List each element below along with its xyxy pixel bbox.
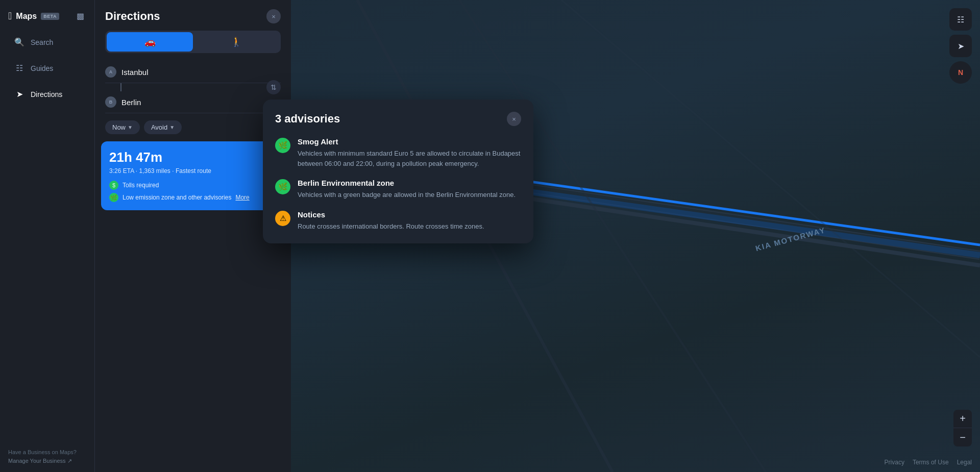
sidebar-toggle-button[interactable]: ▩	[75, 9, 86, 23]
berlin-env-content: Berlin Environmental zone Vehicles with …	[298, 179, 516, 200]
sidebar-item-guides[interactable]: ☷ Guides	[4, 56, 90, 80]
route-tags: $ Tolls required 🌿 Low emission zone and…	[109, 181, 277, 202]
map-controls-top-right: ☷ ➤ N	[949, 8, 972, 84]
avoid-filter-chevron: ▼	[169, 125, 175, 130]
berlin-env-icon: 🌿	[275, 179, 290, 194]
notices-title: Notices	[298, 210, 484, 219]
advisory-berlin-env: 🌿 Berlin Environmental zone Vehicles wit…	[275, 179, 521, 200]
panel-title: Directions	[105, 10, 160, 23]
emission-label: Low emission zone and other advisories	[122, 194, 231, 201]
directions-icon: ➤	[14, 89, 24, 99]
more-advisories-link[interactable]: More	[235, 194, 249, 201]
origin-dot: A	[105, 66, 116, 78]
compass-button[interactable]: N	[949, 61, 972, 84]
sidebar-footer: Have a Business on Maps? Manage Your Bus…	[0, 448, 85, 466]
route-details: 3:26 ETA · 1,363 miles · Fastest route	[109, 167, 277, 175]
walk-mode-tab[interactable]: 🚶	[193, 32, 279, 52]
sidebar-item-search[interactable]: 🔍 Search	[4, 30, 90, 54]
route-duration: 21h 47m	[109, 150, 277, 165]
now-filter-button[interactable]: Now ▼	[105, 120, 140, 134]
tolls-tag: $ Tolls required	[109, 181, 277, 190]
sidebar:  Maps BETA ▩ 🔍 Search ☷ Guides ➤ Direct…	[0, 0, 94, 472]
advisory-notices: ⚠ Notices Route crosses international bo…	[275, 210, 521, 232]
now-filter-label: Now	[112, 123, 126, 131]
app-name: Maps	[16, 12, 37, 21]
tolls-icon: $	[109, 181, 118, 190]
route-eta: 3:26 ETA	[109, 167, 134, 175]
advisories-modal: 3 advisories × 🌿 Smog Alert Vehicles wit…	[263, 100, 533, 243]
sidebar-item-search-label: Search	[31, 38, 53, 46]
app-logo-area:  Maps BETA ▩	[0, 0, 94, 29]
compass-label: N	[958, 68, 963, 77]
smog-alert-content: Smog Alert Vehicles with minimum standar…	[298, 137, 521, 168]
smog-alert-desc: Vehicles with minimum standard Euro 5 ar…	[298, 148, 521, 168]
map-layers-button[interactable]: ☷	[949, 8, 972, 31]
beta-badge: BETA	[41, 13, 59, 20]
destination-dot: B	[105, 96, 116, 108]
footer-line1: Have a Business on Maps?	[8, 448, 77, 457]
transport-mode-tabs: 🚗 🚶	[105, 31, 281, 53]
car-mode-tab[interactable]: 🚗	[107, 32, 193, 52]
zoom-in-button[interactable]: +	[953, 410, 972, 428]
manage-business-link[interactable]: Manage Your Business ↗	[8, 458, 72, 464]
terms-link[interactable]: Terms of Use	[913, 459, 949, 466]
berlin-env-title: Berlin Environmental zone	[298, 179, 516, 187]
search-icon: 🔍	[14, 37, 24, 47]
route-type: Fastest route	[176, 167, 211, 175]
route-details-separator2: ·	[172, 167, 176, 175]
origin-input[interactable]: Istanbul	[121, 68, 281, 77]
route-connector	[120, 83, 121, 91]
swap-route-button[interactable]: ⇅	[266, 80, 281, 94]
avoid-filter-label: Avoid	[151, 123, 167, 131]
sidebar-item-directions-label: Directions	[31, 90, 62, 98]
svg-line-7	[561, 0, 980, 357]
route-inputs: A Istanbul B Berlin ⇅	[95, 61, 291, 113]
origin-dot-label: A	[109, 69, 113, 74]
zoom-out-button[interactable]: −	[953, 428, 972, 446]
destination-input[interactable]: Berlin	[121, 98, 281, 107]
privacy-link[interactable]: Privacy	[885, 459, 904, 466]
map-controls-bottom-right: + −	[953, 410, 972, 446]
origin-input-row: A Istanbul	[105, 61, 281, 83]
my-location-button[interactable]: ➤	[949, 35, 972, 57]
filter-bar: Now ▼ Avoid ▼	[95, 113, 291, 141]
notices-icon: ⚠	[275, 211, 290, 226]
sidebar-item-guides-label: Guides	[31, 64, 53, 72]
route-distance: 1,363 miles	[139, 167, 170, 175]
now-filter-chevron: ▼	[128, 125, 133, 130]
smog-alert-icon: 🌿	[275, 138, 290, 153]
route-details-separator: ·	[136, 167, 139, 175]
emission-tag: 🌿 Low emission zone and other advisories…	[109, 193, 277, 202]
sidebar-navigation: 🔍 Search ☷ Guides ➤ Directions	[0, 29, 94, 107]
smog-alert-title: Smog Alert	[298, 137, 521, 146]
emission-icon: 🌿	[109, 193, 118, 202]
sidebar-item-directions[interactable]: ➤ Directions	[4, 82, 90, 106]
modal-header: 3 advisories ×	[275, 112, 521, 126]
guides-icon: ☷	[14, 63, 24, 73]
modal-close-button[interactable]: ×	[507, 112, 521, 126]
tolls-label: Tolls required	[122, 182, 159, 189]
modal-title: 3 advisories	[275, 112, 340, 126]
close-directions-button[interactable]: ×	[266, 9, 281, 23]
advisory-smog-alert: 🌿 Smog Alert Vehicles with minimum stand…	[275, 137, 521, 168]
destination-dot-label: B	[109, 100, 113, 105]
legal-link[interactable]: Legal	[957, 459, 972, 466]
directions-panel: Directions × 🚗 🚶 A Istanbul B Berlin ⇅ N…	[94, 0, 291, 472]
avoid-filter-button[interactable]: Avoid ▼	[144, 120, 182, 134]
route-card[interactable]: 21h 47m 3:26 ETA · 1,363 miles · Fastest…	[101, 141, 285, 210]
notices-desc: Route crosses international borders. Rou…	[298, 221, 484, 232]
map-footer-links: Privacy Terms of Use Legal	[885, 459, 972, 466]
berlin-env-desc: Vehicles with a green badge are allowed …	[298, 190, 516, 200]
destination-input-row: B Berlin	[105, 91, 281, 113]
apple-logo-icon: 	[8, 10, 12, 22]
panel-header: Directions ×	[95, 0, 291, 31]
notices-content: Notices Route crosses international bord…	[298, 210, 484, 232]
